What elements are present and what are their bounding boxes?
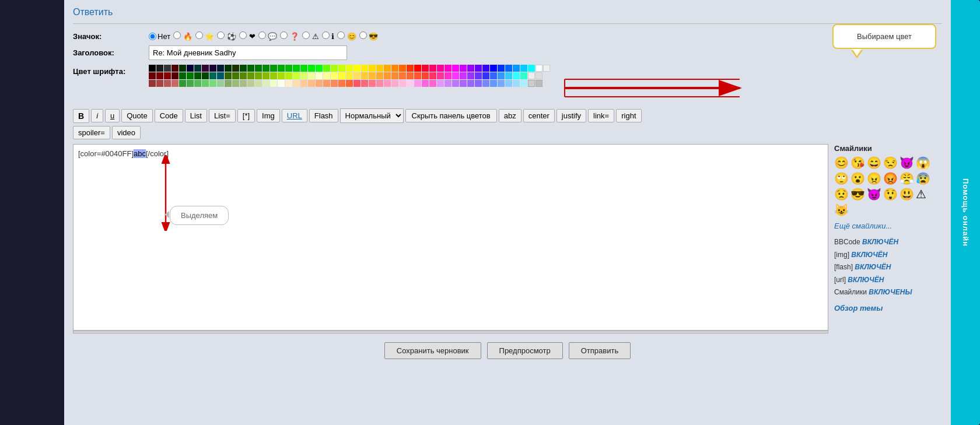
color-cell[interactable] <box>437 65 444 72</box>
color-cell[interactable] <box>444 80 452 87</box>
color-cell[interactable] <box>247 80 254 87</box>
color-cell[interactable] <box>528 80 535 87</box>
color-cell[interactable] <box>217 65 224 72</box>
color-cell[interactable] <box>308 72 315 79</box>
color-cell[interactable] <box>225 65 232 72</box>
color-cell[interactable] <box>346 80 353 87</box>
color-cell[interactable] <box>240 65 247 72</box>
color-cell[interactable] <box>323 80 330 87</box>
color-cell[interactable] <box>437 72 444 79</box>
color-cell[interactable] <box>187 65 194 72</box>
color-cell[interactable] <box>444 65 452 72</box>
bold-button[interactable]: B <box>73 109 89 123</box>
color-cell[interactable] <box>467 72 474 79</box>
color-cell[interactable] <box>467 65 474 72</box>
italic-button[interactable]: i <box>91 109 103 122</box>
smiley-item[interactable]: 😺 <box>834 203 849 217</box>
subject-input[interactable] <box>149 45 347 60</box>
smiley-item[interactable]: 😤 <box>900 171 914 185</box>
color-cell[interactable] <box>202 72 209 79</box>
color-cell[interactable] <box>369 80 376 87</box>
color-cell[interactable] <box>270 65 277 72</box>
smiley-item[interactable]: 😘 <box>850 156 865 170</box>
smiley-item[interactable]: 🙄 <box>834 171 849 185</box>
color-cell[interactable] <box>187 72 194 79</box>
color-cell[interactable] <box>528 72 535 79</box>
color-cell[interactable] <box>156 80 163 87</box>
color-cell[interactable] <box>543 65 550 72</box>
color-cell[interactable] <box>149 80 156 87</box>
color-cell[interactable] <box>209 65 216 72</box>
color-cell[interactable] <box>202 65 209 72</box>
color-cell[interactable] <box>194 80 201 87</box>
reply-title[interactable]: Ответить <box>73 7 942 17</box>
color-cell[interactable] <box>422 80 429 87</box>
color-cell[interactable] <box>369 65 376 72</box>
color-cell[interactable] <box>270 80 277 87</box>
color-cell[interactable] <box>361 80 368 87</box>
color-cell[interactable] <box>164 72 171 79</box>
color-cell[interactable] <box>520 72 527 79</box>
color-cell[interactable] <box>376 80 383 87</box>
color-cell[interactable] <box>482 65 489 72</box>
color-cell[interactable] <box>338 65 345 72</box>
color-cell[interactable] <box>164 80 171 87</box>
color-cell[interactable] <box>278 72 285 79</box>
color-cell[interactable] <box>172 80 178 87</box>
color-cell[interactable] <box>505 65 512 72</box>
color-cell[interactable] <box>460 65 467 72</box>
smiley-item[interactable]: 😊 <box>834 156 849 170</box>
list-eq-button[interactable]: List= <box>209 109 236 122</box>
color-cell[interactable] <box>399 72 406 79</box>
color-cell[interactable] <box>498 72 505 79</box>
color-cell[interactable] <box>354 65 360 72</box>
color-cell[interactable] <box>316 72 323 79</box>
color-cell[interactable] <box>399 80 406 87</box>
color-cell[interactable] <box>338 80 345 87</box>
color-cell[interactable] <box>225 72 232 79</box>
color-cell[interactable] <box>323 65 330 72</box>
color-cell[interactable] <box>528 65 535 72</box>
color-cell[interactable] <box>490 65 497 72</box>
color-cell[interactable] <box>308 80 315 87</box>
color-cell[interactable] <box>262 72 270 79</box>
smiley-item[interactable]: ⚠ <box>916 187 926 201</box>
color-cell[interactable] <box>293 80 300 87</box>
color-cell[interactable] <box>331 80 338 87</box>
smiley-item[interactable]: 😰 <box>916 171 930 185</box>
hide-colors-button[interactable]: Скрыть панель цветов <box>405 109 497 122</box>
icon-warning-radio[interactable]: ⚠ <box>302 31 319 41</box>
color-cell[interactable] <box>285 80 292 87</box>
color-cell[interactable] <box>346 72 353 79</box>
smiley-item[interactable]: 😠 <box>867 171 881 185</box>
color-cell[interactable] <box>513 72 520 79</box>
theme-review-link[interactable]: Обзор темы <box>834 304 942 312</box>
smiley-item[interactable]: 😲 <box>883 187 898 201</box>
right-button[interactable]: right <box>616 109 641 122</box>
underline-button[interactable]: u <box>105 109 120 122</box>
code-button[interactable]: Code <box>155 109 183 122</box>
video-button[interactable]: video <box>112 126 141 139</box>
color-cell[interactable] <box>232 65 239 72</box>
color-cell[interactable] <box>209 72 216 79</box>
color-cell[interactable] <box>429 72 436 79</box>
color-cell[interactable] <box>156 65 163 72</box>
submit-button[interactable]: Отправить <box>569 342 631 359</box>
color-cell[interactable] <box>505 72 512 79</box>
color-cell[interactable] <box>482 72 489 79</box>
color-cell[interactable] <box>475 72 482 79</box>
color-cell[interactable] <box>293 72 300 79</box>
color-cell[interactable] <box>414 65 421 72</box>
color-cell[interactable] <box>187 80 194 87</box>
icon-heart-radio[interactable]: ❤ <box>239 31 256 41</box>
color-cell[interactable] <box>232 80 239 87</box>
color-cell[interactable] <box>505 80 512 87</box>
color-cell[interactable] <box>490 80 497 87</box>
smiley-item[interactable]: 😱 <box>916 156 930 170</box>
color-cell[interactable] <box>399 65 406 72</box>
color-cell[interactable] <box>262 80 270 87</box>
color-cell[interactable] <box>316 65 323 72</box>
editor-resize-handle[interactable] <box>73 331 828 333</box>
color-cell[interactable] <box>391 72 398 79</box>
color-cell[interactable] <box>391 65 398 72</box>
